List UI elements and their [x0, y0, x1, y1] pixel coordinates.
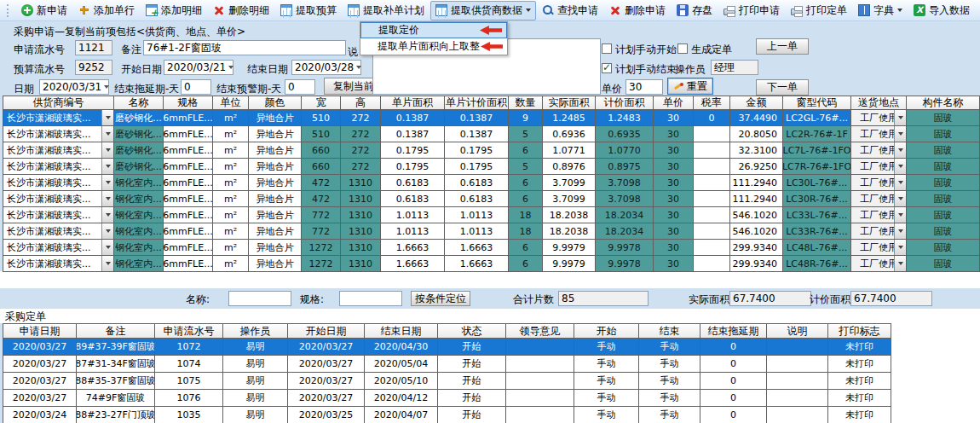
- dictionary-button[interactable]: 字典: [853, 1, 908, 20]
- generate-order-checkbox[interactable]: [677, 43, 688, 54]
- combo-arrow-button[interactable]: [101, 126, 113, 142]
- filter-spec-input[interactable]: [339, 291, 402, 306]
- column-header-piece-area[interactable]: 单片面积: [381, 96, 445, 110]
- column-header-apply-no[interactable]: 申请流水号: [155, 324, 223, 339]
- save-button[interactable]: 存盘: [672, 1, 718, 20]
- order-row[interactable]: 2020/03/2787#31-34F窗固玻1074易明2020/03/2720…: [3, 356, 891, 373]
- delete-detail-button[interactable]: 删除明细: [208, 1, 274, 20]
- main-table-row[interactable]: 长沙市潇湘玻璃实...磨砂钢化...6mmFLE...m²异地合片5102720…: [3, 110, 980, 126]
- previous-order-button[interactable]: 上一单: [756, 38, 809, 55]
- add-row-button[interactable]: 添加单行: [73, 1, 140, 20]
- delete-request-button[interactable]: 删除申请: [604, 1, 671, 20]
- combo-arrow-button[interactable]: [101, 110, 113, 125]
- main-table-row[interactable]: 长沙市潇湘玻璃实...钢化室内...6mmFLE...m²异地合片7721310…: [3, 223, 980, 240]
- combo-arrow-button[interactable]: [894, 256, 906, 271]
- filter-name-input[interactable]: [228, 291, 291, 306]
- combo-arrow-button[interactable]: [894, 207, 906, 223]
- column-header-end-delay[interactable]: 结束拖延期: [700, 324, 767, 339]
- combo-arrow-button[interactable]: [101, 256, 113, 271]
- extract-supplement-plan-button[interactable]: 提取补单计划: [343, 1, 429, 20]
- end-delay-input[interactable]: [181, 79, 211, 95]
- column-header-start[interactable]: 开始: [574, 324, 639, 339]
- column-header-priced-area[interactable]: 计价面积: [596, 96, 654, 110]
- column-header-print-flag[interactable]: 打印标志: [828, 324, 891, 339]
- main-table-row[interactable]: 长沙市潇湘玻璃实...磨砂钢化...6mmFLE...m²异地合片5102720…: [3, 126, 980, 142]
- start-date-picker[interactable]: 2020/03/21: [164, 60, 233, 75]
- operator-input[interactable]: [711, 60, 758, 75]
- end-warning-input[interactable]: [285, 79, 315, 95]
- column-header-component-name[interactable]: 构件名称: [907, 96, 980, 110]
- combo-arrow-button[interactable]: [101, 159, 113, 174]
- column-header-spec[interactable]: 规格: [164, 96, 213, 110]
- column-header-leader-opinion[interactable]: 领导意见: [506, 324, 574, 339]
- plan-manual-start-checkbox[interactable]: [602, 43, 612, 54]
- apply-no-input[interactable]: [75, 40, 112, 55]
- unit-price-input[interactable]: [625, 79, 663, 95]
- main-table-row[interactable]: 长沙市潇湘玻璃实...钢化室内...6mmFLE...m²异地合片7721310…: [3, 207, 980, 223]
- plan-manual-end-checkbox[interactable]: [602, 63, 612, 73]
- reset-button[interactable]: 重置: [667, 78, 713, 95]
- order-row[interactable]: 2020/03/2789#37-39F窗固玻1072易明2020/03/2720…: [3, 339, 891, 356]
- column-header-piece-priced-area[interactable]: 单片计价面积: [445, 96, 509, 110]
- column-header-tax-rate[interactable]: 税率: [694, 96, 730, 110]
- locate-by-condition-button[interactable]: 按条件定位: [411, 291, 470, 306]
- column-header-status[interactable]: 状态: [438, 324, 506, 339]
- combo-arrow-button[interactable]: [101, 223, 113, 239]
- column-header-name[interactable]: 名称: [114, 96, 164, 110]
- column-header-unit-price[interactable]: 单价: [654, 96, 694, 110]
- combo-arrow-button[interactable]: [101, 207, 113, 223]
- column-header-note[interactable]: 说明: [767, 324, 828, 339]
- main-table-row[interactable]: 长沙市潇湘玻璃实...钢化室内...6mmFLE...m²异地合片1272131…: [3, 240, 980, 256]
- combo-arrow-button[interactable]: [894, 223, 906, 239]
- order-row[interactable]: 2020/03/2788#35-37F窗固玻1075易明2020/03/2720…: [3, 373, 891, 390]
- column-header-operator[interactable]: 操作员: [223, 324, 288, 339]
- column-header-delivery-location[interactable]: 送货地点: [851, 96, 907, 110]
- column-header-width[interactable]: 宽: [302, 96, 341, 110]
- column-header-remark[interactable]: 备注: [77, 324, 155, 339]
- menu-item-extract-pricing[interactable]: 提取定价: [360, 22, 507, 38]
- combo-arrow-button[interactable]: [894, 142, 906, 158]
- menu-item-extract-piece-area-roundup[interactable]: 提取单片面积向上取整: [360, 38, 507, 55]
- column-header-start-date[interactable]: 开始日期: [288, 324, 365, 339]
- order-row[interactable]: 2020/03/2774#9F窗固玻1076易明2020/03/272020/0…: [3, 390, 891, 407]
- extract-supplier-data-button[interactable]: 提取供货商数据: [430, 1, 536, 20]
- column-header-window-code[interactable]: 窗型代码: [783, 96, 851, 110]
- combo-arrow-button[interactable]: [894, 126, 906, 142]
- import-data-button[interactable]: 导入数据: [908, 1, 975, 20]
- date-picker[interactable]: 2020/03/31: [39, 79, 109, 95]
- main-table-row[interactable]: 长沙市潇湘玻璃实...钢化室内...6mmFLE...m²异地合片4721310…: [3, 175, 980, 191]
- budget-no-input[interactable]: [75, 60, 112, 75]
- extract-budget-button[interactable]: 提取预算: [275, 1, 342, 20]
- print-order-button[interactable]: 打印定单: [786, 1, 852, 20]
- column-header-apply-date[interactable]: 申请日期: [3, 324, 77, 339]
- main-table-row[interactable]: 长沙市潇湘玻璃实...磨砂钢化...6mmFLE...m²异地合片6602720…: [3, 142, 980, 159]
- column-header-qty[interactable]: 数量: [509, 96, 543, 110]
- next-order-button[interactable]: 下一单: [756, 79, 809, 96]
- combo-arrow-button[interactable]: [894, 110, 906, 125]
- main-table-row[interactable]: 长沙市潇湘玻璃实...钢化室内...6mmFLE...m²异地合片4721310…: [3, 191, 980, 207]
- combo-arrow-button[interactable]: [894, 175, 906, 190]
- column-header-amount[interactable]: 金额: [730, 96, 783, 110]
- combo-arrow-button[interactable]: [101, 240, 113, 255]
- find-request-button[interactable]: 查找申请: [537, 1, 603, 20]
- combo-arrow-button[interactable]: [101, 191, 113, 206]
- column-header-end-date[interactable]: 结束日期: [365, 324, 438, 339]
- column-header-end[interactable]: 结束: [639, 324, 700, 339]
- main-table-row[interactable]: 长沙市潇湘玻璃实...钢化室内...6mmFLE...m²异地合片1272131…: [3, 256, 980, 272]
- combo-arrow-button[interactable]: [101, 175, 113, 190]
- add-detail-button[interactable]: 添加明细: [141, 1, 207, 20]
- print-request-button[interactable]: 打印申请: [718, 1, 785, 20]
- column-header-supplier[interactable]: 供货商编号: [3, 96, 114, 110]
- combo-arrow-button[interactable]: [894, 191, 906, 206]
- column-header-color[interactable]: 颜色: [249, 96, 302, 110]
- combo-arrow-button[interactable]: [101, 142, 113, 158]
- column-header-actual-area[interactable]: 实际面积: [543, 96, 596, 110]
- remark-input[interactable]: [143, 40, 346, 55]
- column-header-unit[interactable]: 单位: [213, 96, 249, 110]
- order-row[interactable]: 2020/03/2488#23-27F门顶玻1035易明2020/03/2520…: [3, 407, 891, 423]
- end-date-picker[interactable]: 2020/03/28: [291, 60, 361, 75]
- combo-arrow-button[interactable]: [894, 240, 906, 255]
- new-request-button[interactable]: 新申请: [16, 1, 72, 20]
- combo-arrow-button[interactable]: [894, 159, 906, 174]
- column-header-height[interactable]: 高: [341, 96, 381, 110]
